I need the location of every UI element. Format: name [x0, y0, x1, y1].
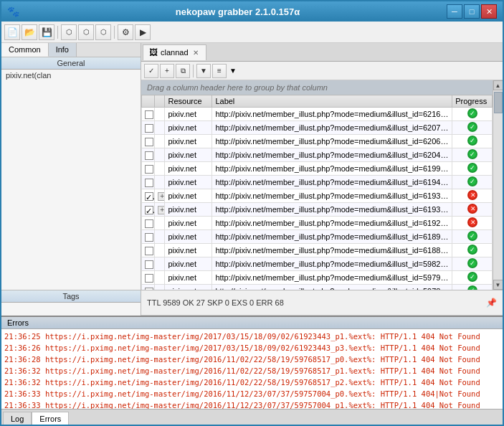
status-err-icon [467, 204, 477, 214]
content-tab-clannad[interactable]: 🖼 clannad ✕ [143, 44, 206, 60]
status-ok-icon [467, 163, 477, 173]
row-progress [452, 108, 493, 121]
row-checkbox-cell[interactable]: ✓ [142, 203, 155, 217]
row-checkbox[interactable] [145, 165, 153, 174]
row-expand-button[interactable]: + [158, 192, 165, 201]
row-checkbox[interactable] [145, 219, 153, 228]
row-expand-button[interactable]: + [158, 206, 165, 214]
row-checkbox[interactable] [145, 274, 153, 283]
row-checkbox[interactable] [145, 124, 153, 133]
toolbar-save[interactable]: 💾 [39, 24, 54, 40]
content-btn-add[interactable]: + [160, 64, 174, 78]
row-checkbox-cell[interactable] [142, 135, 155, 148]
row-expand-cell[interactable] [155, 230, 165, 244]
row-checkbox[interactable] [145, 247, 153, 255]
row-checkbox-cell[interactable] [142, 108, 155, 121]
row-expand-cell[interactable] [155, 162, 165, 176]
toolbar-run[interactable]: ▶ [135, 24, 151, 40]
app-icon: 🐾 [7, 6, 19, 17]
row-checkbox-cell[interactable] [142, 244, 155, 257]
row-label: http://pixiv.net/member_illust.php?mode=… [212, 285, 452, 290]
col-label[interactable]: Label [212, 95, 452, 108]
status-text: TTL 9589 OK 27 SKP 0 EXS 0 ERR 68 [147, 298, 284, 307]
toolbar-open[interactable]: 📂 [22, 24, 37, 40]
vertical-scrollbar[interactable]: ▲ ▼ [493, 80, 503, 290]
col-resource[interactable]: Resource [165, 95, 212, 108]
row-checkbox[interactable]: ✓ [145, 206, 153, 214]
bottom-tab-bar: Log Errors [1, 409, 503, 425]
row-checkbox[interactable] [145, 233, 153, 242]
table-row: ✓+pixiv.nethttp://pixiv.net/member_illus… [142, 203, 493, 217]
toolbar-new[interactable]: 📄 [4, 24, 20, 40]
errors-panel: Errors 21:36:25 https://i.pximg.net/img-… [1, 316, 503, 409]
row-checkbox-cell[interactable] [142, 230, 155, 244]
toolbar-btn3[interactable]: ⬡ [95, 24, 111, 40]
errors-content[interactable]: 21:36:25 https://i.pximg.net/img-master/… [1, 329, 503, 409]
row-resource: pixiv.net [165, 108, 212, 121]
row-label: http://pixiv.net/member_illust.php?mode=… [212, 230, 452, 244]
col-progress[interactable]: Progress [452, 95, 493, 108]
maximize-button[interactable]: □ [464, 4, 480, 19]
row-checkbox-cell[interactable] [142, 217, 155, 230]
row-checkbox[interactable]: ✓ [145, 192, 153, 201]
content-btn-filter[interactable]: ▼ [196, 64, 211, 78]
row-checkbox[interactable] [145, 260, 153, 269]
row-expand-cell[interactable] [155, 285, 165, 290]
row-checkbox-cell[interactable] [142, 285, 155, 290]
row-expand-cell[interactable] [155, 108, 165, 121]
row-expand-cell[interactable]: + [155, 189, 165, 203]
content-btn-group[interactable]: ≡ [212, 64, 227, 78]
row-progress [452, 121, 493, 135]
row-label: http://pixiv.net/member_illust.php?mode=… [212, 189, 452, 203]
row-expand-cell[interactable] [155, 217, 165, 230]
row-checkbox-cell[interactable] [142, 148, 155, 162]
scroll-down[interactable]: ▼ [493, 280, 503, 290]
scroll-up[interactable]: ▲ [493, 80, 503, 90]
toolbar-settings[interactable]: ⚙ [118, 24, 133, 40]
row-expand-cell[interactable]: + [155, 203, 165, 217]
toolbar-btn1[interactable]: ⬡ [61, 24, 77, 40]
tab-close-button[interactable]: ✕ [191, 49, 200, 57]
error-line: 21:36:33 https://i.pximg.net/img-master/… [4, 388, 500, 399]
close-button[interactable]: ✕ [481, 4, 497, 19]
scroll-thumb[interactable] [494, 92, 503, 113]
row-checkbox-cell[interactable] [142, 121, 155, 135]
toolbar-sep1 [57, 26, 58, 39]
middle-area: Common Info General pixiv.net(clan 🖼 cla… [1, 43, 503, 290]
row-checkbox-cell[interactable]: ✓ [142, 189, 155, 203]
table-row: pixiv.nethttp://pixiv.net/member_illust.… [142, 244, 493, 257]
sidebar-tab-bar: Common Info [1, 43, 141, 57]
sidebar-tab-common[interactable]: Common [1, 43, 49, 57]
row-checkbox-cell[interactable] [142, 257, 155, 271]
row-expand-cell[interactable] [155, 121, 165, 135]
content-toolbar-arrow: ▼ [229, 67, 237, 75]
toolbar-btn2[interactable]: ⬡ [78, 24, 94, 40]
row-checkbox[interactable] [145, 110, 153, 119]
bottom-tab-errors[interactable]: Errors [32, 412, 69, 425]
row-expand-cell[interactable] [155, 176, 165, 189]
content-btn-copy[interactable]: ⧉ [176, 64, 190, 78]
row-checkbox-cell[interactable] [142, 162, 155, 176]
row-checkbox[interactable] [145, 138, 153, 146]
content-btn-check[interactable]: ✓ [144, 64, 158, 78]
row-expand-cell[interactable] [155, 135, 165, 148]
row-expand-cell[interactable] [155, 257, 165, 271]
sidebar-tab-info[interactable]: Info [49, 43, 77, 57]
table-body: pixiv.nethttp://pixiv.net/member_illust.… [142, 108, 493, 290]
sidebar-item-pixiv[interactable]: pixiv.net(clan [1, 70, 141, 81]
row-expand-cell[interactable] [155, 148, 165, 162]
row-label: http://pixiv.net/member_illust.php?mode=… [212, 203, 452, 217]
row-checkbox-cell[interactable] [142, 176, 155, 189]
table-row: pixiv.nethttp://pixiv.net/member_illust.… [142, 121, 493, 135]
row-progress [452, 230, 493, 244]
grid-scroll[interactable]: Drag a column header here to group by th… [141, 80, 493, 290]
row-expand-cell[interactable] [155, 271, 165, 285]
status-ok-icon [467, 122, 477, 132]
minimize-button[interactable]: ─ [447, 4, 462, 19]
row-expand-cell[interactable] [155, 244, 165, 257]
row-checkbox[interactable] [145, 179, 153, 187]
content-sep1 [193, 65, 194, 77]
row-checkbox-cell[interactable] [142, 271, 155, 285]
row-checkbox[interactable] [145, 151, 153, 160]
bottom-tab-log[interactable]: Log [3, 412, 32, 425]
